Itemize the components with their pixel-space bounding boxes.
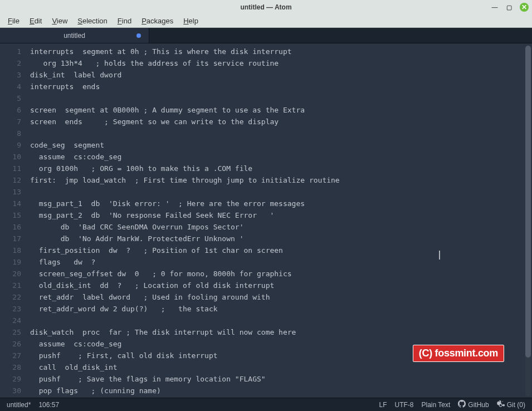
line-number: 18 xyxy=(0,244,27,256)
menu-selection-rest: election xyxy=(82,17,108,25)
line-number: 17 xyxy=(0,233,27,244)
status-eol[interactable]: LF xyxy=(379,401,387,409)
status-git[interactable]: Git (0) xyxy=(497,400,525,409)
line-number: 27 xyxy=(0,350,27,361)
menu-packages-rest: ackages xyxy=(147,17,173,25)
code-line[interactable]: interrupts ends xyxy=(30,81,532,92)
tab-title: untitled xyxy=(64,32,85,40)
code-line[interactable]: call old_disk_int xyxy=(30,361,532,373)
github-icon xyxy=(458,400,466,409)
line-number: 23 xyxy=(0,303,27,315)
code-line[interactable]: interrupts segment at 0h ; This is where… xyxy=(30,46,532,57)
line-number: 1 xyxy=(0,46,27,57)
status-github[interactable]: GitHub xyxy=(458,400,489,409)
menu-file[interactable]: File xyxy=(3,16,24,26)
close-button[interactable]: ✕ xyxy=(520,3,529,12)
vertical-scrollbar[interactable] xyxy=(525,46,531,397)
code-line[interactable]: old_disk_int dd ? ; Location of old disk… xyxy=(30,280,532,291)
line-number: 5 xyxy=(0,92,27,104)
line-number: 16 xyxy=(0,221,27,233)
menubar: File Edit View Selection Find Packages H… xyxy=(0,14,532,28)
line-number: 26 xyxy=(0,338,27,350)
line-number: 29 xyxy=(0,373,27,385)
editor-pane[interactable]: 1234567891011121314151617181920212223242… xyxy=(0,43,532,398)
line-number: 8 xyxy=(0,128,27,139)
code-line[interactable]: flags dw ? xyxy=(30,256,532,268)
menu-view-rest: iew xyxy=(57,17,68,25)
code-line[interactable]: screen_seg_offset dw 0 ; 0 for mono, 800… xyxy=(30,268,532,280)
code-line[interactable]: screen ends ; Segment so we can write to… xyxy=(30,116,532,128)
titlebar: untitled — Atom — ▢ ✕ xyxy=(0,0,532,14)
code-line[interactable]: pushf ; Save the flags in memory locatio… xyxy=(30,373,532,385)
scroll-thumb[interactable] xyxy=(525,46,531,358)
tab-untitled[interactable]: untitled xyxy=(0,28,149,43)
window-title: untitled — Atom xyxy=(240,3,291,11)
status-git-label: Git (0) xyxy=(507,401,525,409)
code-line[interactable]: disk_watch proc far ; The disk interrupt… xyxy=(30,326,532,338)
code-line[interactable]: code_seg segment xyxy=(30,139,532,151)
line-number: 30 xyxy=(0,385,27,397)
menu-edit[interactable]: Edit xyxy=(25,16,46,26)
code-line[interactable]: first: jmp load_watch ; First time throu… xyxy=(30,174,532,186)
line-number: 22 xyxy=(0,291,27,303)
statusbar: untitled* 106:57 LF UTF-8 Plain Text Git… xyxy=(0,398,532,411)
menu-selection[interactable]: Selection xyxy=(73,16,111,26)
line-number: 4 xyxy=(0,81,27,92)
menu-edit-rest: dit xyxy=(35,17,42,25)
code-line[interactable]: org 13h*4 ; holds the address of its ser… xyxy=(30,57,532,69)
code-line[interactable]: ret_addr_word dw 2 dup(?) ; the stack xyxy=(30,303,532,315)
line-number: 3 xyxy=(0,69,27,81)
line-gutter: 1234567891011121314151617181920212223242… xyxy=(0,43,27,398)
line-number: 6 xyxy=(0,104,27,116)
menu-packages[interactable]: Packages xyxy=(137,16,178,26)
line-number: 12 xyxy=(0,174,27,186)
line-number: 28 xyxy=(0,361,27,373)
status-encoding[interactable]: UTF-8 xyxy=(394,401,413,409)
status-grammar[interactable]: Plain Text xyxy=(421,401,450,409)
menu-find-rest: ind xyxy=(122,17,131,25)
menu-help[interactable]: Help xyxy=(179,16,203,26)
text-cursor-icon xyxy=(439,251,440,260)
code-line[interactable]: org 0100h ; ORG = 100h to make this a .C… xyxy=(30,163,532,174)
code-line[interactable] xyxy=(30,186,532,198)
minimize-button[interactable]: — xyxy=(491,3,499,11)
code-line[interactable]: db 'No Addr MarkW. ProtectedErr Unknown … xyxy=(30,233,532,244)
watermark-badge: (C) fossmint.com xyxy=(413,345,504,362)
line-number: 13 xyxy=(0,186,27,198)
modified-indicator-icon xyxy=(136,33,141,38)
code-line[interactable]: first_position dw ? ; Position of 1st ch… xyxy=(30,244,532,256)
git-branch-icon xyxy=(497,400,505,409)
menu-view[interactable]: View xyxy=(47,16,72,26)
line-number: 10 xyxy=(0,151,27,163)
code-line[interactable]: screen segment at 0B000h ; A dummy segme… xyxy=(30,104,532,116)
status-cursor-position[interactable]: 106:57 xyxy=(38,401,59,409)
code-line[interactable] xyxy=(30,92,532,104)
menu-file-rest: ile xyxy=(12,17,19,25)
code-line[interactable]: pop flags ; (cunning name) xyxy=(30,385,532,397)
menu-help-rest: elp xyxy=(189,17,198,25)
code-line[interactable]: ret_addr label dword ; Used in fooling a… xyxy=(30,291,532,303)
code-line[interactable]: db 'Bad CRC SeenDMA Overrun Impos Sector… xyxy=(30,221,532,233)
line-number: 19 xyxy=(0,256,27,268)
code-line[interactable]: msg_part_2 db 'No response Failed Seek N… xyxy=(30,209,532,221)
line-number: 11 xyxy=(0,163,27,174)
line-number: 15 xyxy=(0,209,27,221)
line-number: 21 xyxy=(0,280,27,291)
code-line[interactable] xyxy=(30,315,532,326)
code-line[interactable] xyxy=(30,128,532,139)
status-filename[interactable]: untitled* xyxy=(7,401,31,409)
menu-find[interactable]: Find xyxy=(113,16,136,26)
line-number: 25 xyxy=(0,326,27,338)
code-line[interactable]: assume cs:code_seg xyxy=(30,151,532,163)
line-number: 24 xyxy=(0,315,27,326)
status-github-label: GitHub xyxy=(468,401,489,409)
line-number: 9 xyxy=(0,139,27,151)
code-line[interactable]: msg_part_1 db 'Disk error: ' ; Here are … xyxy=(30,198,532,209)
line-number: 7 xyxy=(0,116,27,128)
line-number: 14 xyxy=(0,198,27,209)
maximize-button[interactable]: ▢ xyxy=(505,3,513,11)
code-line[interactable]: disk_int label dword xyxy=(30,69,532,81)
line-number: 20 xyxy=(0,268,27,280)
tabbar: untitled xyxy=(0,28,532,43)
line-number: 2 xyxy=(0,57,27,69)
